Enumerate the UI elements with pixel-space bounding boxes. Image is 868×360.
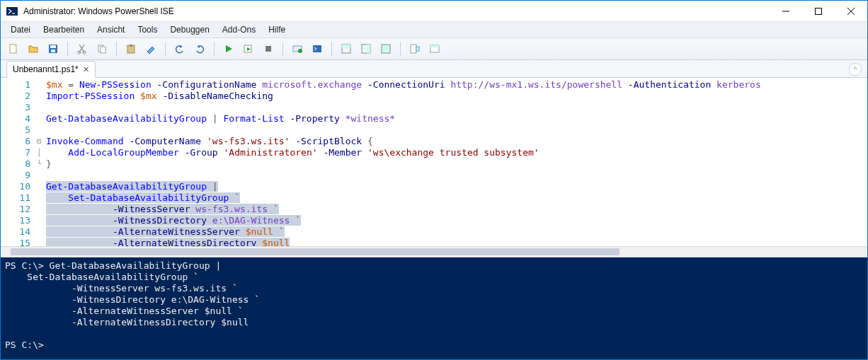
menubar: Datei Bearbeiten Ansicht Tools Debuggen …: [1, 22, 867, 38]
code-line[interactable]: -WitnessDirectory e:\DAG-Witness `: [46, 215, 867, 226]
toolbar-sep: [67, 42, 68, 56]
code-area[interactable]: $mx = New-PSSession -ConfigurationName m…: [43, 78, 867, 246]
toolbar-sep: [214, 42, 215, 56]
svg-rect-3: [816, 8, 822, 14]
toolbar-sep: [165, 42, 166, 56]
code-line[interactable]: Import-PSSession $mx -DisableNameCheckin…: [46, 91, 867, 102]
code-line[interactable]: }: [46, 158, 867, 170]
scrollbar-thumb[interactable]: [11, 248, 619, 255]
start-powershell-button[interactable]: [309, 40, 326, 57]
toolbar: [1, 38, 867, 60]
run-selection-button[interactable]: [240, 40, 257, 57]
svg-rect-9: [51, 50, 55, 52]
code-line[interactable]: [46, 124, 867, 136]
svg-rect-15: [130, 45, 132, 47]
file-tab[interactable]: Unbenannt1.ps1* ✕: [6, 61, 96, 78]
editor-horizontal-scrollbar[interactable]: [1, 246, 867, 257]
console-pane[interactable]: PS C:\> Get-DatabaseAvailabilityGroup | …: [1, 257, 867, 359]
menu-debuggen[interactable]: Debuggen: [164, 23, 215, 36]
code-line[interactable]: Invoke-Command -ComputerName 'ws-fs3.ws.…: [46, 136, 867, 147]
svg-rect-20: [313, 45, 321, 52]
toolbar-sep: [331, 42, 332, 56]
code-line[interactable]: Get-DatabaseAvailabilityGroup |: [46, 181, 867, 192]
save-button[interactable]: [45, 40, 62, 57]
redo-button[interactable]: [191, 40, 208, 57]
paste-button[interactable]: [122, 40, 139, 57]
toolbar-sep: [400, 42, 401, 56]
undo-button[interactable]: [171, 40, 188, 57]
svg-rect-26: [411, 45, 416, 53]
toolbar-sep: [116, 42, 117, 56]
show-script-pane-top-button[interactable]: [338, 40, 355, 57]
minimize-button[interactable]: [770, 1, 802, 21]
fold-gutter: ⊟│└: [35, 78, 43, 246]
maximize-button[interactable]: [802, 1, 835, 21]
tab-label: Unbenannt1.ps1*: [13, 64, 79, 74]
code-line[interactable]: -WitnessServer ws-fs3.ws.its `: [46, 204, 867, 215]
svg-rect-29: [430, 45, 439, 47]
show-script-pane-right-button[interactable]: [358, 40, 375, 57]
svg-point-19: [298, 49, 302, 53]
svg-rect-27: [416, 47, 419, 51]
close-button[interactable]: [835, 1, 867, 21]
script-editor[interactable]: 123456789101112131415 ⊟│└ $mx = New-PSSe…: [1, 78, 867, 246]
app-window: Administrator: Windows PowerShell ISE Da…: [0, 0, 868, 360]
line-number-gutter: 123456789101112131415: [1, 78, 35, 246]
show-command-addon-button[interactable]: [406, 40, 423, 57]
stop-button[interactable]: [260, 40, 277, 57]
code-line[interactable]: $mx = New-PSSession -ConfigurationName m…: [46, 79, 867, 91]
svg-rect-22: [342, 45, 350, 48]
svg-rect-24: [367, 45, 370, 53]
menu-datei[interactable]: Datei: [5, 23, 36, 36]
svg-rect-13: [101, 47, 105, 53]
tabstrip: Unbenannt1.ps1* ✕ ^: [1, 60, 867, 78]
copy-button[interactable]: [93, 40, 110, 57]
run-button[interactable]: [220, 40, 237, 57]
cut-button[interactable]: [74, 40, 91, 57]
menu-tools[interactable]: Tools: [132, 23, 163, 36]
menu-ansicht[interactable]: Ansicht: [91, 23, 130, 36]
titlebar: Administrator: Windows PowerShell ISE: [1, 1, 867, 22]
window-title: Administrator: Windows PowerShell ISE: [22, 6, 770, 16]
show-command-window-button[interactable]: [426, 40, 443, 57]
new-remote-tab-button[interactable]: [289, 40, 306, 57]
code-line[interactable]: -AlternateWitnessDirectory $null: [46, 238, 867, 246]
show-script-pane-max-button[interactable]: [377, 40, 394, 57]
svg-rect-8: [50, 45, 56, 48]
code-line[interactable]: Set-DatabaseAvailabilityGroup `: [46, 192, 867, 204]
menu-addons[interactable]: Add-Ons: [217, 23, 261, 36]
code-line[interactable]: [46, 170, 867, 181]
toggle-script-pane-button[interactable]: ^: [849, 63, 862, 76]
svg-rect-25: [382, 45, 390, 53]
code-line[interactable]: Add-LocalGroupMember -Group 'Administrat…: [46, 147, 867, 158]
code-line[interactable]: -AlternateWitnessServer $null `: [46, 226, 867, 238]
open-file-button[interactable]: [25, 40, 42, 57]
svg-rect-17: [265, 46, 271, 52]
menu-bearbeiten[interactable]: Bearbeiten: [38, 23, 90, 36]
app-icon: [6, 6, 18, 17]
new-file-button[interactable]: [5, 40, 22, 57]
menu-hilfe[interactable]: Hilfe: [263, 23, 291, 36]
code-line[interactable]: [46, 102, 867, 113]
clear-button[interactable]: [142, 40, 159, 57]
code-line[interactable]: Get-DatabaseAvailabilityGroup | Format-L…: [46, 113, 867, 124]
close-tab-icon[interactable]: ✕: [83, 65, 89, 74]
window-controls: [770, 1, 867, 21]
toolbar-sep: [282, 42, 283, 56]
